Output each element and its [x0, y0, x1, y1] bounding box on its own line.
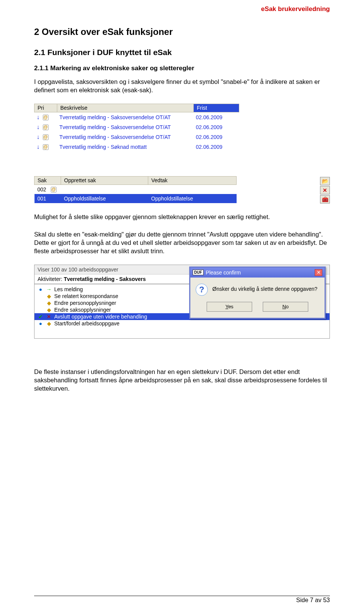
paragraph-slettekurv: De fleste instanser i utlendingsforvaltn… — [34, 368, 330, 393]
check-icon: ✔ — [38, 314, 44, 320]
cell-opprettet: Oppholdstillatelse — [61, 194, 148, 203]
col-frist[interactable]: Frist — [194, 104, 239, 112]
table-row[interactable]: ↓@ Tverretatlig melding - Søknad mottatt… — [35, 142, 239, 152]
paragraph-intro: I oppgavelista, saksoversikten og i saks… — [34, 77, 330, 95]
bullet-icon: ● — [38, 286, 44, 292]
cell-frist: 02.06.2009 — [194, 142, 239, 152]
dialog-message: Ønsker du virkelig å slette denne oppgav… — [212, 284, 317, 296]
delete-x-icon: ✕ — [323, 187, 327, 193]
cell-desc: Tverretatlig melding - Saksoversendelse … — [57, 112, 194, 122]
dialog-close-button[interactable]: ✕ — [315, 269, 322, 276]
page-h2: 2.1 Funksjoner i DUF knyttet til eSak — [34, 48, 330, 57]
pri-arrow-icon: ↓ — [37, 134, 40, 140]
col-opprettet-sak[interactable]: Opprettet sak — [61, 176, 148, 185]
activity-label: Avslutt oppgave uten videre behandling — [54, 314, 147, 320]
table-row-selected[interactable]: 001 Oppholdstillatelse Oppholdstillatels… — [35, 194, 237, 203]
at-sign-icon: @ — [43, 144, 49, 150]
cross-icon: ✕ — [46, 314, 52, 320]
cell-frist: 02.06.2009 — [194, 122, 239, 132]
toolbox-icon: 🧰 — [322, 196, 328, 202]
dialog-yes-button[interactable]: Yes — [207, 302, 252, 312]
screenshot-task-list: Pri Beskrivelse Frist ↓@ Tverretatlig me… — [34, 104, 239, 152]
question-mark-icon: ? — [196, 284, 208, 296]
activity-label: Se relatert korrespondanse — [54, 293, 118, 299]
activity-label: Start/fordel arbeidsoppgave — [54, 320, 119, 327]
activity-label: Endre saksopplysninger — [54, 307, 111, 313]
activity-label: Les melding — [54, 286, 83, 292]
dialog-titlebar[interactable]: DUF Please confirm ✕ — [190, 268, 325, 278]
cell-sak: 002 — [38, 186, 46, 192]
paragraph-slette-rett: Mulighet for å slette slike oppgaver gje… — [34, 213, 330, 221]
diamond-icon: ◆ — [46, 307, 52, 313]
cell-opprettet — [61, 185, 148, 194]
at-sign-icon: @ — [51, 187, 56, 192]
at-sign-icon: @ — [43, 115, 49, 120]
table-row[interactable]: 002 @ — [35, 185, 237, 194]
toolbox-button[interactable]: 🧰 — [320, 195, 330, 203]
folder-icon: 📂 — [322, 178, 328, 184]
header-link[interactable]: eSak brukerveiledning — [261, 5, 330, 13]
cell-vedtak: Oppholdstillatelse — [148, 194, 237, 203]
table-row[interactable]: ↓@ Tverretatlig melding - Saksoversendel… — [35, 112, 239, 122]
table-row[interactable]: ↓@ Tverretatlig melding - Saksoversendel… — [35, 122, 239, 132]
diamond-icon: ◆ — [46, 300, 52, 306]
dialog-title-text: Please confirm — [206, 270, 241, 276]
cell-desc: Tverretatlig melding - Saksoversendelse … — [57, 132, 194, 142]
cell-desc: Tverretatlig melding - Søknad mottatt — [57, 142, 194, 152]
page-h1: 2 Oversikt over eSak funksjoner — [34, 27, 330, 37]
activity-item-startfordel[interactable]: ● ◆ Start/fordel arbeidsoppgave — [35, 320, 329, 327]
screenshot-case-list: Sak Opprettet sak Vedtak 002 @ 001 Oppho… — [34, 176, 330, 203]
diamond-icon: ◆ — [46, 293, 52, 299]
delete-button[interactable]: ✕ — [320, 186, 330, 194]
cell-vedtak — [148, 185, 237, 194]
col-pri[interactable]: Pri — [35, 104, 57, 112]
col-vedtak[interactable]: Vedtak — [148, 176, 237, 185]
page-footer: Side 7 av 53 — [34, 596, 330, 604]
cell-frist: 02.06.2009 — [194, 112, 239, 122]
screenshot-activities-dialog: Viser 100 av 100 arbeidsoppgaver Aktivit… — [34, 265, 330, 339]
at-sign-icon: @ — [43, 125, 49, 130]
cell-frist: 02.06.2009 — [194, 132, 239, 142]
activity-label: Endre personopplysninger — [54, 300, 116, 306]
dialog-no-button[interactable]: No — [263, 302, 308, 312]
arrow-icon: → — [46, 286, 52, 292]
confirm-dialog: DUF Please confirm ✕ ? Ønsker du virkeli… — [189, 267, 326, 319]
col-sak[interactable]: Sak — [35, 176, 61, 185]
pri-arrow-icon: ↓ — [37, 124, 40, 130]
pri-arrow-icon: ↓ — [37, 144, 40, 150]
open-button[interactable]: 📂 — [320, 177, 330, 185]
at-sign-icon: @ — [43, 134, 49, 140]
table-row[interactable]: ↓@ Tverretatlig melding - Saksoversendel… — [35, 132, 239, 142]
close-icon: ✕ — [317, 270, 321, 275]
bullet-icon: ● — [38, 320, 44, 327]
cell-desc: Tverretatlig melding - Saksoversendelse … — [57, 122, 194, 132]
col-beskrivelse[interactable]: Beskrivelse — [57, 104, 194, 112]
cell-sak: 001 — [35, 194, 61, 203]
diamond-icon: ◆ — [46, 320, 52, 327]
pri-arrow-icon: ↓ — [37, 114, 40, 120]
page-h3: 2.1.1 Markering av elektroniske saker og… — [34, 65, 330, 72]
duf-logo-icon: DUF — [193, 270, 204, 275]
paragraph-avslutt-trinn: Skal du slette en "esak-melding" gjør du… — [34, 230, 330, 256]
